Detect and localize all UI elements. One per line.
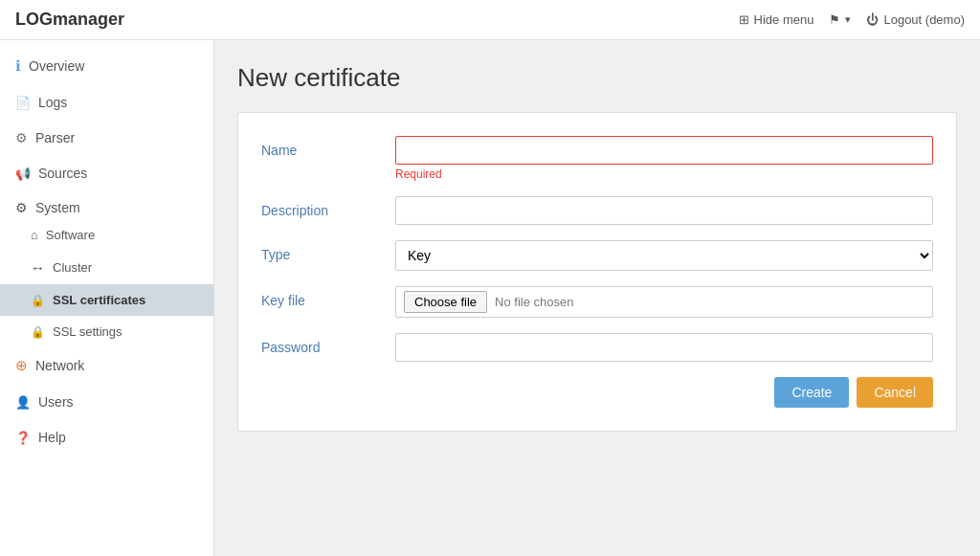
grid-icon [739, 12, 749, 27]
parser-icon [15, 129, 28, 145]
software-icon [31, 228, 38, 242]
logs-icon [15, 94, 31, 110]
sidebar-item-cluster[interactable]: Cluster [0, 251, 213, 284]
help-icon [15, 429, 31, 445]
system-icon [15, 200, 28, 215]
sidebar-item-system[interactable]: System [0, 190, 213, 219]
cluster-icon [31, 259, 45, 276]
password-input[interactable] [395, 333, 933, 362]
sidebar-item-software[interactable]: Software [0, 219, 213, 251]
password-field [395, 333, 933, 362]
form-actions: Create Cancel [261, 377, 933, 408]
topbar: LOGmanager Hide menu ▾ Logout (demo) [0, 0, 980, 40]
sidebar-item-sources[interactable]: Sources [0, 155, 213, 190]
name-input[interactable] [395, 136, 933, 165]
key-file-label: Key file [261, 286, 395, 308]
form-card: Name Required Description Type Key [237, 112, 957, 432]
sidebar-item-network[interactable]: Network [0, 347, 213, 384]
form-row-name: Name Required [261, 136, 933, 181]
password-label: Password [261, 333, 395, 355]
logout-button[interactable]: Logout (demo) [866, 12, 965, 27]
main-content: New certificate Name Required Descriptio… [214, 40, 980, 556]
form-row-type: Type Key Certificate CA [261, 240, 933, 271]
create-button[interactable]: Create [774, 377, 849, 408]
name-required-text: Required [395, 167, 933, 181]
topbar-actions: Hide menu ▾ Logout (demo) [739, 12, 965, 27]
flag-button[interactable]: ▾ [829, 12, 851, 27]
lock-icon [31, 293, 45, 307]
name-field: Required [395, 136, 933, 181]
no-file-text: No file chosen [495, 295, 573, 309]
sidebar-item-parser[interactable]: Parser [0, 120, 213, 155]
choose-file-button[interactable]: Choose file [404, 291, 487, 313]
flag-chevron: ▾ [845, 13, 851, 26]
description-input[interactable] [395, 196, 933, 225]
app-logo: LOGmanager [15, 10, 124, 30]
type-select[interactable]: Key Certificate CA [395, 240, 933, 271]
cancel-button[interactable]: Cancel [857, 377, 933, 408]
form-row-key-file: Key file Choose file No file chosen [261, 286, 933, 318]
sidebar-item-overview[interactable]: Overview [0, 48, 213, 84]
description-field [395, 196, 933, 225]
type-label: Type [261, 240, 395, 262]
sidebar-item-help[interactable]: Help [0, 419, 213, 455]
file-input-wrapper: Choose file No file chosen [395, 286, 933, 318]
sidebar-item-logs[interactable]: Logs [0, 84, 213, 120]
page-title: New certificate [237, 63, 957, 93]
sources-icon [15, 165, 31, 181]
hide-menu-button[interactable]: Hide menu [739, 12, 814, 27]
form-row-password: Password [261, 333, 933, 362]
key-file-field: Choose file No file chosen [395, 286, 933, 318]
name-label: Name [261, 136, 395, 158]
form-row-description: Description [261, 196, 933, 225]
layout: Overview Logs Parser Sources System Soft… [0, 40, 980, 556]
info-icon [15, 57, 21, 75]
flag-icon [829, 12, 840, 27]
sidebar-item-ssl-settings[interactable]: SSL settings [0, 316, 213, 347]
sidebar-item-ssl-certificates[interactable]: SSL certificates [0, 284, 213, 316]
users-icon [15, 393, 31, 410]
power-icon [866, 12, 879, 27]
type-field: Key Certificate CA [395, 240, 933, 271]
sidebar-item-users[interactable]: Users [0, 384, 213, 419]
lock-icon-2 [31, 324, 45, 339]
sidebar: Overview Logs Parser Sources System Soft… [0, 40, 214, 556]
description-label: Description [261, 196, 395, 218]
network-icon [15, 357, 28, 374]
